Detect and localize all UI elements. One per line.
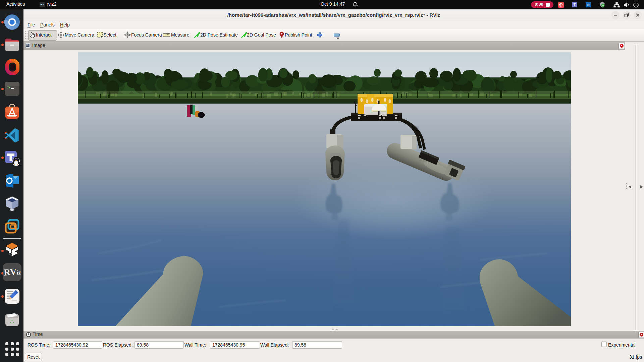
svg-text:>: > (7, 85, 10, 90)
